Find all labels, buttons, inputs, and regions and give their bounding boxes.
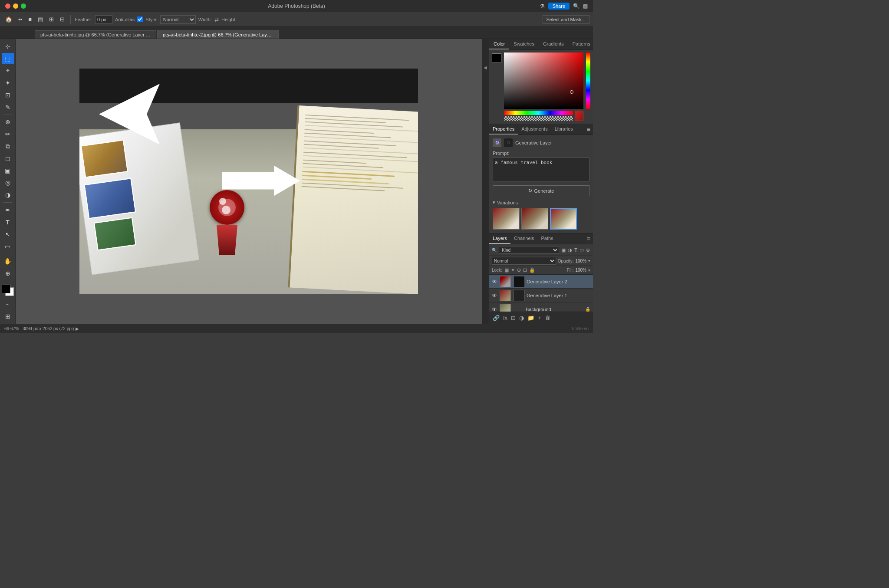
layer-filter-type[interactable]: T (574, 247, 578, 253)
hand-button[interactable]: ✋ (2, 256, 14, 267)
navigation-arrow[interactable]: ▶ (76, 326, 79, 331)
color-swatches[interactable] (2, 285, 14, 296)
layer-item-gen2[interactable]: 👁 Generative Layer 2 (489, 275, 593, 289)
canvas-area[interactable] (16, 39, 482, 324)
layer-kind-select[interactable]: Kind Name Effect (499, 246, 559, 254)
tool-option-1[interactable]: ■ (26, 15, 33, 23)
tab-adjustments[interactable]: Adjustments (518, 124, 551, 135)
tool-option-4[interactable]: ⊟ (58, 15, 66, 23)
layer-1-visibility-icon[interactable]: 👁 (492, 292, 498, 299)
select-mask-button[interactable]: Select and Mask... (543, 15, 590, 24)
path-select-button[interactable]: ↖ (2, 229, 14, 240)
lock-artboard-button[interactable]: ⊡ (523, 267, 527, 273)
delete-layer-button[interactable]: 🗑 (544, 314, 551, 322)
width-swap-icon[interactable]: ⇄ (214, 16, 219, 23)
tool-option-2[interactable]: ▤ (36, 15, 45, 23)
tab-libraries[interactable]: Libraries (551, 124, 576, 135)
opacity-chevron[interactable]: ▾ (588, 259, 590, 263)
panel-toggle-icon[interactable]: ▤ (583, 3, 588, 9)
marquee-options-button[interactable]: ▪▪ (16, 15, 24, 23)
generative-layer-label: Generative Layer (515, 140, 552, 145)
tab-paths[interactable]: Paths (538, 233, 557, 244)
blend-mode-select[interactable]: Normal Multiply Screen (492, 257, 556, 265)
blur-button[interactable]: ◎ (2, 177, 14, 188)
layer-item-gen1[interactable]: 👁 Generative Layer 1 (489, 289, 593, 302)
variation-thumb-3[interactable] (550, 208, 577, 230)
collapse-panels-button[interactable]: ◀ (484, 65, 487, 70)
layer-filter-adj[interactable]: ◑ (567, 247, 573, 253)
book-photo-1 (81, 140, 128, 178)
tab-swatches[interactable]: Swatches (509, 39, 539, 49)
close-button[interactable] (5, 3, 10, 9)
variation-thumb-2[interactable] (521, 208, 548, 230)
more-tools-button[interactable]: ··· (2, 299, 14, 310)
tab-layers[interactable]: Layers (489, 233, 510, 244)
color-result[interactable] (575, 111, 583, 121)
variation-thumb-1[interactable] (493, 208, 520, 230)
type-button[interactable]: T (2, 217, 14, 228)
opacity-value[interactable]: 100% (575, 259, 586, 263)
lock-image-button[interactable]: ✦ (510, 267, 515, 273)
foreground-color-swatch[interactable] (2, 285, 10, 293)
tab-patterns[interactable]: Patterns (568, 39, 593, 49)
maximize-button[interactable] (21, 3, 26, 9)
share-button[interactable]: Share (548, 3, 570, 10)
add-style-button[interactable]: fx (502, 314, 508, 322)
tab-channels[interactable]: Channels (510, 233, 537, 244)
doc-tab-2[interactable]: pts-ai-beta-tinhte-2.jpg @ 66.7% (Genera… (157, 30, 279, 39)
layer-item-background[interactable]: 👁 Background 🔒 (489, 302, 593, 312)
layer-bg-visibility-icon[interactable]: 👁 (492, 306, 498, 312)
zoom-button[interactable]: ⊕ (2, 268, 14, 279)
minimize-button[interactable] (13, 3, 18, 9)
fill-chevron[interactable]: ▾ (588, 268, 590, 273)
lock-transparent-button[interactable]: ▦ (504, 267, 509, 273)
tab-color[interactable]: Color (489, 39, 509, 49)
dodge-button[interactable]: ◑ (2, 189, 14, 200)
opacity-slider[interactable] (504, 116, 573, 121)
layer-filter-pixel[interactable]: ▣ (561, 247, 566, 253)
variations-chevron[interactable]: ▾ (493, 200, 495, 205)
add-layer-button[interactable]: + (537, 314, 542, 322)
tab-gradients[interactable]: Gradients (539, 39, 568, 49)
antialias-checkbox[interactable] (137, 16, 143, 22)
add-mask-button[interactable]: ⊡ (510, 314, 517, 322)
add-adjustment-button[interactable]: ◑ (518, 314, 525, 322)
hue-bar-vertical[interactable] (586, 53, 590, 109)
eyedropper-button[interactable]: ✎ (2, 102, 14, 113)
home-button[interactable]: 🏠 (3, 15, 14, 23)
fill-value[interactable]: 100% (575, 268, 586, 273)
generate-button[interactable]: ↻ Generate (493, 185, 589, 196)
foreground-preview[interactable] (492, 53, 501, 63)
gradient-button[interactable]: ▣ (2, 165, 14, 176)
marquee-tool-button[interactable]: ⬚ (2, 53, 14, 64)
feather-input[interactable] (95, 15, 112, 24)
layers-panel-options[interactable]: ≡ (584, 233, 593, 244)
layer-filter-smart[interactable]: ⊛ (586, 247, 590, 253)
move-tool-button[interactable]: ⊹ (2, 41, 14, 52)
clone-button[interactable]: ⧉ (2, 141, 14, 152)
tool-option-3[interactable]: ⊞ (47, 15, 56, 23)
layer-filter-shape[interactable]: ▭ (579, 247, 584, 253)
magic-wand-button[interactable]: ✦ (2, 77, 14, 89)
link-layers-button[interactable]: 🔗 (492, 314, 500, 322)
color-spectrum[interactable] (504, 53, 583, 109)
prompt-textarea[interactable]: a famous travel book (493, 158, 589, 181)
lock-position-button[interactable]: ⊕ (517, 267, 521, 273)
screen-mode-button[interactable]: ⊞ (2, 311, 14, 322)
style-select[interactable]: Normal Fixed Ratio Fixed Size (160, 15, 196, 24)
pen-button[interactable]: ✒ (2, 204, 14, 216)
shape-button[interactable]: ▭ (2, 241, 14, 252)
eraser-button[interactable]: ◻ (2, 153, 14, 164)
hue-slider[interactable] (504, 111, 573, 115)
doc-tab-1[interactable]: pts-ai-beta-tinhte.jpg @ 66.7% (Generati… (35, 30, 156, 39)
brush-button[interactable]: ✏ (2, 128, 14, 140)
add-group-button[interactable]: 📁 (527, 314, 535, 322)
spot-heal-button[interactable]: ⊛ (2, 116, 14, 128)
crop-tool-button[interactable]: ⊡ (2, 89, 14, 101)
lock-all-button[interactable]: 🔒 (529, 267, 536, 273)
search-icon[interactable]: 🔍 (573, 3, 579, 9)
lasso-tool-button[interactable]: ⌖ (2, 65, 14, 76)
properties-panel-options[interactable]: ≡ (584, 124, 593, 135)
tab-properties[interactable]: Properties (489, 124, 518, 135)
layer-2-visibility-icon[interactable]: 👁 (492, 279, 498, 285)
